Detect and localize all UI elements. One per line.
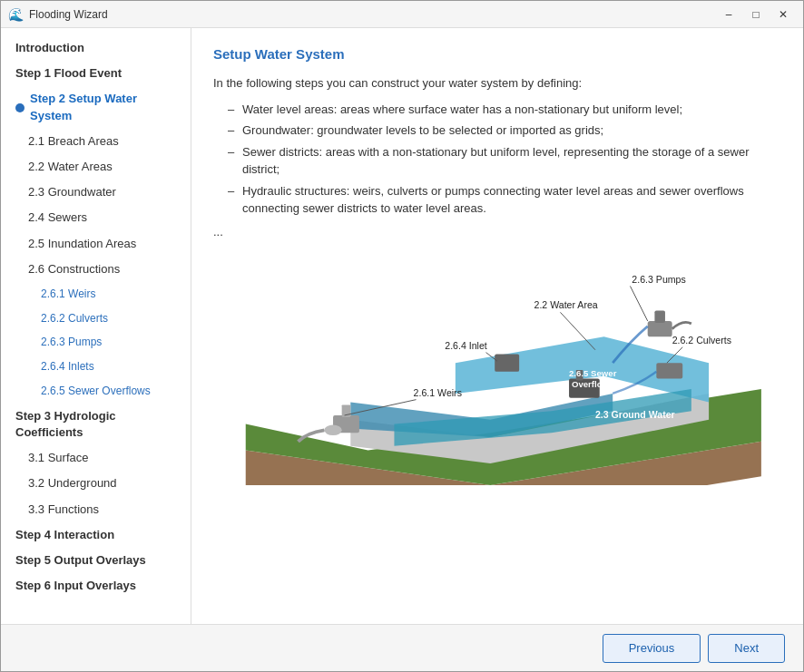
diagram-svg: 2.6.3 Pumps 2.2 Water Area 2.6.4 Inlet 2… [213,249,785,485]
sidebar: Introduction Step 1 Flood Event Step 2 S… [1,28,191,624]
label-3-2: 3.2 Underground [28,475,117,492]
label-2-3: 2.3 Groundwater [28,184,116,200]
label-2-2: 2.2 Water Areas [28,159,113,175]
svg-text:2.2 Water Area: 2.2 Water Area [534,299,598,310]
label-2-6-3: 2.6.3 Pumps [41,335,102,350]
svg-rect-13 [656,363,682,378]
svg-text:2.6.4 Inlet: 2.6.4 Inlet [445,340,487,351]
content-intro: In the following steps you can construct… [213,74,781,93]
step2-label: Step 2 Setup Water System [30,91,180,123]
previous-button[interactable]: Previous [603,634,701,663]
label-2-6-2: 2.6.2 Culverts [41,311,108,326]
label-2-4: 2.4 Sewers [28,209,87,226]
main-layout: Introduction Step 1 Flood Event Step 2 S… [1,28,803,624]
svg-text:2.6.3 Pumps: 2.6.3 Pumps [632,273,685,284]
minimize-button[interactable]: – [716,5,741,24]
sidebar-item-step6[interactable]: Step 6 Input Overlays [1,573,191,599]
label-2-6: 2.6 Constructions [28,261,120,278]
introduction-label: Introduction [15,40,84,56]
next-button[interactable]: Next [708,634,785,663]
step5-label: Step 5 Output Overlays [15,552,146,569]
list-item-4: Hydraulic structures: weirs, culverts or… [228,182,781,218]
window-title: Flooding Wizard [29,8,716,21]
app-icon: 🌊 [8,7,24,22]
sidebar-item-step3[interactable]: Step 3 Hydrologic Coefficients [1,404,191,445]
sidebar-item-step1[interactable]: Step 1 Flood Event [1,61,191,86]
svg-text:2.6.1 Weirs: 2.6.1 Weirs [414,387,462,398]
sidebar-item-2-6[interactable]: 2.6 Constructions [1,257,191,282]
step4-label: Step 4 Interaction [15,527,114,543]
diagram-container: 2.6.3 Pumps 2.2 Water Area 2.6.4 Inlet 2… [213,249,785,485]
step6-label: Step 6 Input Overlays [15,578,136,594]
svg-point-8 [324,424,341,435]
svg-text:Overflows: Overflows [572,379,613,389]
step1-label: Step 1 Flood Event [15,65,122,82]
content-title: Setup Water System [213,46,781,62]
sidebar-item-2-5[interactable]: 2.5 Inundation Areas [1,231,191,257]
main-window: 🌊 Flooding Wizard – □ ✕ Introduction Ste… [0,0,804,672]
content-ellipsis: ... [213,225,781,239]
sidebar-item-3-2[interactable]: 3.2 Underground [1,471,191,496]
sidebar-item-3-3[interactable]: 3.3 Functions [1,497,191,522]
list-item-1: Water level areas: areas where surface w… [228,101,781,119]
sidebar-item-2-4[interactable]: 2.4 Sewers [1,205,191,230]
sidebar-item-step5[interactable]: Step 5 Output Overlays [1,548,191,573]
svg-text:2.6.5 Sewer: 2.6.5 Sewer [569,367,617,377]
label-2-6-1: 2.6.1 Weirs [41,287,95,302]
svg-rect-11 [648,321,672,336]
list-item-3: Sewer districts: areas with a non-statio… [228,143,781,179]
footer: Previous Next [1,624,803,671]
label-2-6-5: 2.6.5 Sewer Overflows [41,384,151,399]
svg-line-15 [630,286,647,321]
label-3-1: 3.1 Surface [28,450,89,466]
step3-label: Step 3 Hydrologic Coefficients [15,408,180,441]
content-list: Water level areas: areas where surface w… [228,101,781,218]
label-2-1: 2.1 Breach Areas [28,133,119,150]
close-button[interactable]: ✕ [770,5,796,24]
sidebar-item-introduction[interactable]: Introduction [1,35,191,61]
sidebar-item-2-3[interactable]: 2.3 Groundwater [1,180,191,205]
active-dot [15,103,25,112]
svg-rect-12 [654,310,665,322]
sidebar-item-2-6-3[interactable]: 2.6.3 Pumps [1,330,191,355]
maximize-button[interactable]: □ [743,5,769,24]
svg-text:2.3 Ground Water: 2.3 Ground Water [595,409,675,420]
label-2-6-4: 2.6.4 Inlets [41,359,94,375]
titlebar: 🌊 Flooding Wizard – □ ✕ [1,1,803,28]
sidebar-item-2-6-2[interactable]: 2.6.2 Culverts [1,307,191,331]
main-content: Setup Water System In the following step… [191,28,803,624]
sidebar-item-3-1[interactable]: 3.1 Surface [1,445,191,471]
sidebar-item-step2[interactable]: Step 2 Setup Water System [1,86,191,128]
sidebar-item-step4[interactable]: Step 4 Interaction [1,522,191,548]
svg-rect-14 [495,354,519,371]
list-item-2: Groundwater: groundwater levels to be se… [228,122,781,140]
label-2-5: 2.5 Inundation Areas [28,236,136,252]
svg-text:2.6.2 Culverts: 2.6.2 Culverts [672,335,731,346]
sidebar-item-2-2[interactable]: 2.2 Water Areas [1,154,191,180]
sidebar-item-2-6-4[interactable]: 2.6.4 Inlets [1,355,191,379]
sidebar-item-2-6-1[interactable]: 2.6.1 Weirs [1,282,191,307]
sidebar-item-2-6-5[interactable]: 2.6.5 Sewer Overflows [1,379,191,404]
label-3-3: 3.3 Functions [28,502,99,518]
sidebar-item-2-1[interactable]: 2.1 Breach Areas [1,129,191,154]
window-controls: – □ ✕ [716,5,796,24]
